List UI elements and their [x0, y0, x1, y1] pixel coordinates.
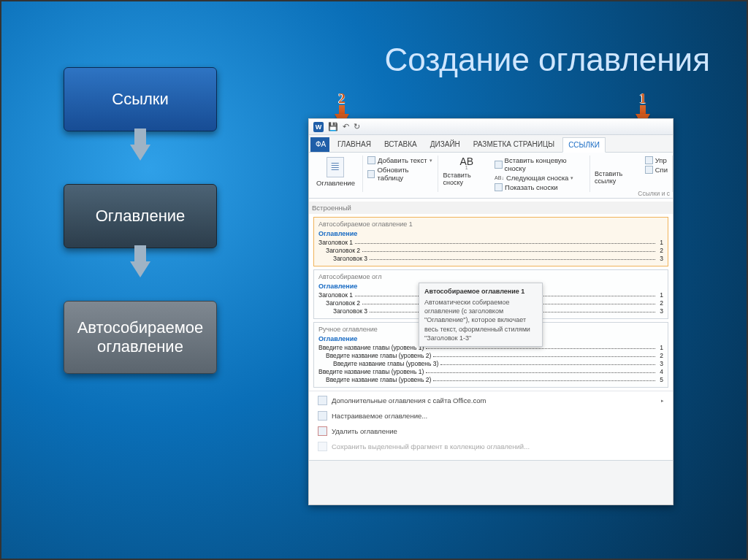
word-app-icon: W — [313, 122, 324, 132]
insert-footnote-button[interactable]: AB 1 Вставить сноску — [443, 156, 490, 192]
flow-step-auto-toc: Автособираемое оглавление — [64, 301, 217, 374]
save-selection-icon — [318, 442, 327, 451]
tab-file[interactable]: ФА — [310, 137, 329, 152]
save-icon[interactable]: 💾 — [328, 122, 338, 131]
more-from-office-button[interactable]: Дополнительные оглавления с сайта Office… — [313, 393, 668, 408]
tooltip-title: Автособираемое оглавление 1 — [424, 287, 537, 296]
save-selection-button: Сохранить выделенный фрагмент в коллекци… — [313, 439, 668, 454]
update-table-button[interactable]: Обновить таблицу — [367, 165, 433, 183]
gallery-option-title: Автособираемое огл — [318, 273, 663, 280]
arrow-down-icon — [130, 261, 150, 277]
remove-toc-button[interactable]: Удалить оглавление — [313, 423, 668, 439]
insert-endnote-button[interactable]: Вставить концевую сноску — [495, 156, 585, 173]
toc-gallery: Встроенный Автособираемое оглавление 1 О… — [309, 199, 673, 461]
endnote-icon — [495, 161, 503, 169]
toc-icon — [327, 157, 344, 177]
manage-icon — [645, 156, 653, 164]
tab-insert[interactable]: ВСТАВКА — [379, 137, 422, 152]
office-icon — [318, 396, 327, 405]
toc-button[interactable]: Оглавление — [313, 156, 358, 188]
insert-link-button[interactable]: Вставить ссылку — [595, 156, 642, 192]
ribbon-group-label-links: Ссылки и с — [638, 190, 670, 197]
ribbon-group-toc: Оглавление — [309, 156, 363, 192]
add-text-icon — [367, 156, 375, 164]
manage-sources-button[interactable]: Упр — [645, 156, 668, 165]
tooltip: Автособираемое оглавление 1 Автоматическ… — [419, 283, 543, 347]
toc-button-label: Оглавление — [316, 179, 355, 187]
remove-toc-icon — [318, 426, 327, 436]
tab-design[interactable]: ДИЗАЙН — [425, 137, 465, 152]
tab-home[interactable]: ГЛАВНАЯ — [332, 137, 376, 152]
quick-access-toolbar: W 💾 ↶ ↻ — [309, 119, 673, 135]
tooltip-body: Автоматически собираемое оглавление (с з… — [424, 298, 537, 342]
update-table-icon — [367, 170, 375, 178]
bibliography-button[interactable]: Спи — [645, 165, 668, 174]
biblio-icon — [645, 166, 653, 174]
next-footnote-button[interactable]: AB↓Следующая сноска▾ — [495, 173, 585, 183]
slide-title: Создание оглавления — [384, 42, 710, 78]
word-screenshot: W 💾 ↶ ↻ ФА ГЛАВНАЯ ВСТАВКА ДИЗАЙН РАЗМЕТ… — [308, 118, 673, 505]
ribbon: Оглавление Добавить текст▾ Обновить табл… — [309, 153, 673, 199]
redo-icon[interactable]: ↻ — [354, 122, 360, 131]
process-flow: Ссылки Оглавление Автособираемое оглавле… — [53, 67, 228, 374]
show-footnotes-button[interactable]: Показать сноски — [495, 183, 585, 192]
custom-toc-icon — [318, 411, 327, 421]
gallery-option-auto1[interactable]: Автособираемое оглавление 1 Оглавление З… — [313, 217, 668, 266]
arrow-down-icon — [130, 145, 150, 161]
flow-step-links: Ссылки — [64, 67, 217, 131]
gallery-header-builtin: Встроенный — [309, 202, 673, 214]
ribbon-group-links: Вставить ссылку Упр Спи — [590, 156, 673, 192]
gallery-option-title: Автособираемое оглавление 1 — [318, 220, 663, 228]
custom-toc-button[interactable]: Настраиваемое оглавление... — [313, 408, 668, 423]
tab-layout[interactable]: РАЗМЕТКА СТРАНИЦЫ — [468, 137, 560, 152]
show-notes-icon — [495, 183, 503, 191]
flow-step-toc: Оглавление — [64, 184, 217, 248]
ribbon-tabs: ФА ГЛАВНАЯ ВСТАВКА ДИЗАЙН РАЗМЕТКА СТРАН… — [309, 135, 673, 153]
add-text-button[interactable]: Добавить текст▾ — [367, 156, 433, 165]
tab-references[interactable]: ССЫЛКИ — [562, 137, 606, 153]
undo-icon[interactable]: ↶ — [343, 122, 349, 131]
link-icon — [611, 156, 625, 170]
ribbon-group-toc-tools: Добавить текст▾ Обновить таблицу — [363, 156, 438, 192]
ribbon-group-footnotes: AB 1 Вставить сноску Вставить концевую с… — [438, 156, 590, 192]
